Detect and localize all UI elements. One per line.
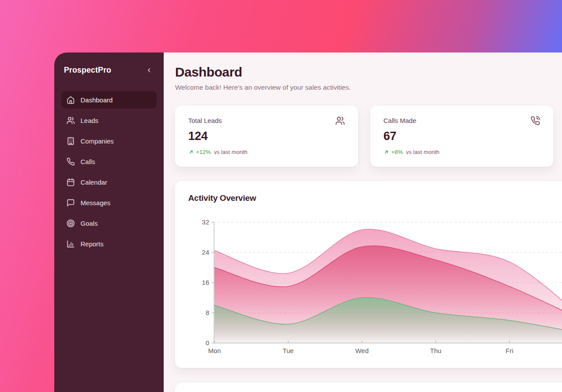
target-icon [67, 219, 75, 228]
sidebar-item-label: Calendar [81, 178, 107, 186]
main-content: Dashboard Welcome back! Here's an overvi… [164, 52, 562, 392]
calendar-icon [67, 178, 75, 186]
users-icon [67, 116, 75, 125]
svg-text:8: 8 [206, 309, 209, 316]
sidebar-header: ProspectPro [61, 52, 157, 75]
stat-card-calls-made: Calls Made 67 +8% vs last month [370, 106, 553, 167]
stat-label: Total Leads [188, 117, 222, 124]
phone-call-icon [530, 116, 540, 126]
stat-label: Calls Made [383, 117, 416, 124]
sidebar-item-label: Goals [81, 220, 98, 227]
svg-text:Fri: Fri [506, 347, 513, 354]
sidebar-item-label: Calls [81, 158, 95, 165]
svg-text:Wed: Wed [355, 347, 369, 354]
stat-trend: +12% vs last month [188, 149, 345, 155]
brand-logo-text: ProspectPro [64, 66, 111, 75]
sidebar-item-companies[interactable]: Companies [61, 132, 157, 150]
trend-value: +8% [391, 149, 403, 155]
svg-text:0: 0 [206, 339, 209, 346]
users-icon [335, 116, 345, 126]
stat-card-total-leads: Total Leads 124 +12% vs last month [175, 106, 358, 167]
svg-text:Thu: Thu [430, 347, 442, 354]
sidebar: ProspectPro Dashboard Leads Companies Ca… [54, 52, 164, 392]
stat-trend: +8% vs last month [383, 149, 540, 155]
svg-text:32: 32 [202, 218, 209, 226]
sidebar-item-goals[interactable]: Goals [61, 214, 157, 232]
activity-overview-card: Activity Overview 08162432MonTueWedThuFr… [175, 181, 562, 368]
sidebar-item-messages[interactable]: Messages [61, 194, 157, 211]
building-icon [67, 137, 75, 145]
desktop: { "sidebar": { "brand": "ProspectPro", "… [0, 0, 562, 392]
sidebar-item-reports[interactable]: Reports [61, 235, 157, 252]
stat-value: 67 [383, 130, 540, 143]
stats-row: Total Leads 124 +12% vs last month Calls… [175, 106, 562, 167]
trend-up-icon [383, 149, 389, 155]
svg-text:16: 16 [202, 279, 209, 286]
trend-value: +12% [196, 149, 211, 155]
sidebar-item-leads[interactable]: Leads [61, 112, 157, 129]
app-window: ProspectPro Dashboard Leads Companies Ca… [54, 52, 562, 392]
home-icon [67, 96, 75, 104]
trend-up-icon [188, 149, 194, 155]
sidebar-item-label: Companies [81, 137, 114, 145]
page-title: Dashboard [175, 65, 562, 80]
sidebar-item-dashboard[interactable]: Dashboard [61, 91, 157, 108]
sidebar-item-label: Dashboard [81, 96, 112, 104]
sidebar-item-label: Reports [81, 240, 104, 248]
trend-suffix: vs last month [406, 149, 439, 155]
sidebar-item-calendar[interactable]: Calendar [61, 173, 157, 191]
svg-text:24: 24 [202, 248, 209, 256]
next-section-card [175, 382, 562, 392]
page-subtitle: Welcome back! Here's an overview of your… [175, 84, 562, 91]
trend-suffix: vs last month [214, 149, 248, 155]
chevron-left-icon [146, 67, 152, 74]
sidebar-item-calls[interactable]: Calls [61, 153, 157, 170]
activity-area-chart: 08162432MonTueWedThuFriSat [175, 181, 562, 368]
message-square-icon [67, 199, 75, 207]
bar-chart-icon [67, 240, 75, 248]
sidebar-item-label: Leads [81, 117, 98, 124]
phone-icon [67, 158, 75, 166]
sidebar-item-label: Messages [81, 199, 110, 206]
stat-value: 124 [188, 130, 345, 143]
collapse-sidebar-button[interactable] [144, 65, 154, 75]
sidebar-nav: Dashboard Leads Companies Calls Calendar… [61, 91, 157, 252]
svg-text:Mon: Mon [208, 347, 221, 354]
svg-text:Tue: Tue [283, 347, 294, 354]
